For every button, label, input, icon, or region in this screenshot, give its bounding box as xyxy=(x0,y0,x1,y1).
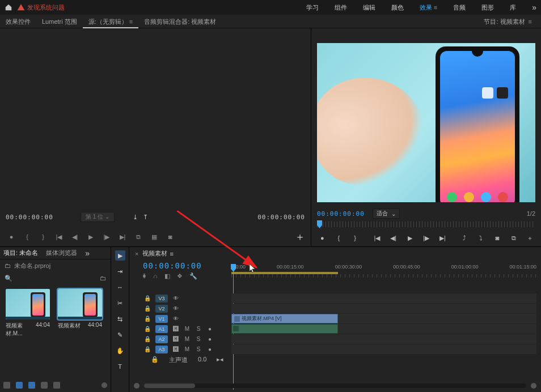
workspace-tab-库[interactable]: 库 xyxy=(510,3,516,12)
panel-tab[interactable]: 源:（无剪辑）≡ xyxy=(83,15,138,28)
program-panel-tab[interactable]: 节目: 视频素材 ≡ xyxy=(478,15,538,28)
source-timecode-in[interactable]: 00:00:00:00 xyxy=(6,214,53,221)
program-timecode[interactable]: 00:00:00:00 xyxy=(317,210,365,218)
program-viewport[interactable] xyxy=(317,43,535,202)
track-name[interactable]: V3 xyxy=(155,295,168,302)
toggle-output-icon[interactable]: 👁 xyxy=(172,305,179,312)
program-ruler[interactable] xyxy=(317,221,535,227)
workspace-tab-图形[interactable]: 图形 xyxy=(481,3,494,12)
extract-icon[interactable]: ⤵ xyxy=(476,232,487,244)
chevron-icon[interactable]: ▸◂ xyxy=(217,356,223,364)
source-mark-out[interactable]: ⤒ xyxy=(143,214,149,221)
export-frame-icon[interactable]: ◙ xyxy=(492,232,502,244)
timeline-timecode[interactable]: 00:00:00:00 xyxy=(143,261,202,270)
button-editor-icon[interactable]: ＋ xyxy=(295,230,305,244)
toggle-output-icon[interactable]: 🅼 xyxy=(172,346,179,352)
zoom-out-handle[interactable] xyxy=(134,383,140,389)
freeform-view-icon[interactable] xyxy=(28,382,35,389)
solo-icon[interactable]: S xyxy=(195,346,202,352)
track-name[interactable]: V2 xyxy=(155,305,168,313)
panel-menu-icon[interactable]: ≡ xyxy=(170,250,173,257)
selection-tool-icon[interactable]: ▶ xyxy=(115,250,125,261)
go-in-icon[interactable]: |◀ xyxy=(53,231,65,242)
lock-icon[interactable]: 🔒 xyxy=(144,326,151,332)
master-value[interactable]: 0.0 xyxy=(198,356,206,364)
zoom-handle[interactable] xyxy=(102,382,107,388)
timeline-tab[interactable]: × 视频素材 ≡ xyxy=(129,247,541,260)
mute-icon[interactable]: M xyxy=(184,346,191,352)
go-out-icon[interactable]: ▶| xyxy=(117,231,128,242)
panel-menu-icon[interactable]: ≡ xyxy=(529,18,532,25)
automate-icon[interactable] xyxy=(53,382,60,389)
compare-icon[interactable]: ⧉ xyxy=(508,232,519,244)
workspace-tab-学习[interactable]: 学习 xyxy=(306,3,319,12)
workspace-tab-颜色[interactable]: 颜色 xyxy=(391,3,404,12)
solo-icon[interactable]: S xyxy=(195,336,202,342)
toggle-output-icon[interactable]: 🅼 xyxy=(172,326,179,332)
track-lane[interactable] xyxy=(231,334,536,344)
snap-icon[interactable]: ⧳ xyxy=(143,272,146,280)
project-tab[interactable]: 媒体浏览器 xyxy=(46,249,77,257)
record-icon[interactable]: ● xyxy=(206,346,213,352)
workspace-tab-编辑[interactable]: 编辑 xyxy=(363,3,375,12)
slip-tool-icon[interactable]: ⇆ xyxy=(115,314,125,324)
solo-icon[interactable]: S xyxy=(195,326,202,332)
source-mark-in[interactable]: ⤓ xyxy=(133,214,138,221)
hand-tool-icon[interactable]: ✋ xyxy=(115,346,125,356)
lift-icon[interactable]: ⤴ xyxy=(459,232,470,244)
project-bin[interactable]: 视频素材.M...44:04 xyxy=(6,289,50,358)
lock-icon[interactable]: 🔒 xyxy=(144,346,151,352)
toggle-output-icon[interactable]: 👁 xyxy=(172,316,179,322)
track-name[interactable]: A3 xyxy=(155,346,168,353)
export-frame-icon[interactable]: ◙ xyxy=(164,231,176,242)
step-fwd-icon[interactable]: |▶ xyxy=(101,231,112,242)
chevron-right-icon[interactable]: » xyxy=(85,249,90,258)
close-tab-icon[interactable]: × xyxy=(135,250,138,257)
track-name[interactable]: A1 xyxy=(155,325,168,333)
project-tab[interactable]: 项目: 未命名 xyxy=(3,249,38,257)
button-editor-icon[interactable]: ＋ xyxy=(525,232,535,244)
record-icon[interactable]: ● xyxy=(206,326,213,332)
zoom-select[interactable]: 适合⌄ xyxy=(373,208,400,219)
play-icon[interactable]: ▶ xyxy=(404,232,415,244)
mark-in-icon[interactable]: { xyxy=(333,232,344,244)
icon-view-icon[interactable] xyxy=(16,382,23,389)
zoom-in-handle[interactable] xyxy=(531,383,536,389)
settings-icon[interactable]: ❖ xyxy=(177,272,183,280)
lock-icon[interactable]: 🔒 xyxy=(151,356,159,364)
track-lane[interactable] xyxy=(231,304,536,313)
track-name[interactable]: A2 xyxy=(155,335,168,343)
lock-icon[interactable]: 🔒 xyxy=(144,295,151,301)
list-view-icon[interactable] xyxy=(3,382,10,389)
go-in-icon[interactable]: |◀ xyxy=(372,232,383,244)
warning-text[interactable]: 发现系统问题 xyxy=(27,3,65,12)
track-lane[interactable]: 视频素材.MP4 [V] xyxy=(231,314,536,323)
overwrite-icon[interactable]: ▦ xyxy=(149,231,160,242)
mark-out-icon[interactable]: } xyxy=(350,232,361,244)
lock-icon[interactable]: 🔒 xyxy=(144,336,151,342)
marker-icon[interactable]: ◧ xyxy=(164,272,170,280)
linked-selection-icon[interactable]: ∩ xyxy=(153,272,158,280)
panel-tab[interactable]: Lumetri 范围 xyxy=(36,15,83,28)
audio-clip[interactable] xyxy=(231,324,338,334)
track-select-tool-icon[interactable]: ⇥ xyxy=(115,266,125,276)
timeline-scrollbar[interactable] xyxy=(144,384,526,388)
mute-icon[interactable]: M xyxy=(184,336,191,342)
step-back-icon[interactable]: ◀| xyxy=(69,231,81,242)
lock-icon[interactable]: 🔒 xyxy=(144,305,151,312)
track-name[interactable]: V1 xyxy=(155,315,168,323)
play-icon[interactable]: ▶ xyxy=(85,231,96,242)
lock-icon[interactable]: 🔒 xyxy=(144,316,151,322)
insert-icon[interactable]: ⧉ xyxy=(133,231,144,242)
razor-tool-icon[interactable]: ✂ xyxy=(115,298,125,308)
source-timecode-out[interactable]: 00:00:00:00 xyxy=(257,214,305,221)
overflow-icon[interactable]: » xyxy=(532,3,536,12)
folder-icon[interactable]: 🗀 xyxy=(100,275,106,282)
pen-tool-icon[interactable]: ✎ xyxy=(115,330,125,340)
record-icon[interactable]: ● xyxy=(206,336,213,342)
type-tool-icon[interactable]: T xyxy=(115,361,125,372)
timeline-ruler[interactable]: :00:0000:00:15:0000:00:30:0000:00:45:000… xyxy=(231,264,536,279)
project-file-row[interactable]: 🗀 未命名.prproj xyxy=(0,259,111,272)
program-page[interactable]: 1/2 xyxy=(527,210,535,217)
add-marker-icon[interactable]: ● xyxy=(317,232,328,244)
